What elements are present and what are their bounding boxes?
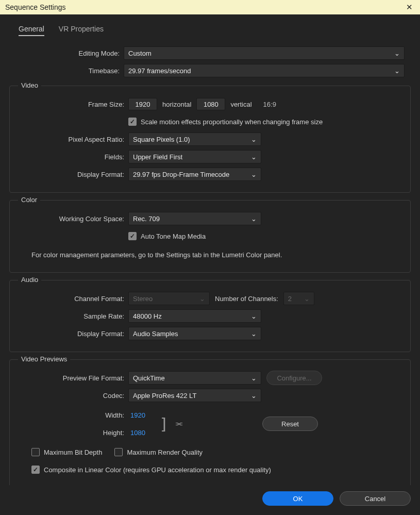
color-legend: Color bbox=[18, 196, 40, 204]
chevron-down-icon: ⌄ bbox=[251, 171, 257, 178]
content-area: General VR Properties Editing Mode: Cust… bbox=[0, 14, 420, 485]
preview-width-label: Width: bbox=[14, 411, 128, 419]
preview-filefmt-value: QuickTime bbox=[133, 374, 165, 382]
color-section: Color Working Color Space: Rec. 709 ⌄ Au… bbox=[9, 200, 411, 273]
color-space-value: Rec. 709 bbox=[133, 215, 160, 223]
audio-legend: Audio bbox=[18, 276, 41, 284]
configure-button: Configure... bbox=[266, 371, 322, 385]
audio-dispfmt-value: Audio Samples bbox=[133, 330, 178, 338]
ok-button[interactable]: OK bbox=[262, 491, 333, 506]
max-bit-depth-label: Maximum Bit Depth bbox=[44, 448, 102, 456]
audio-dispfmt-label: Display Format: bbox=[14, 330, 128, 338]
chevron-down-icon: ⌄ bbox=[251, 136, 257, 143]
frame-width-input[interactable] bbox=[128, 98, 157, 110]
link-dimensions: ] ⫘ bbox=[159, 415, 262, 433]
video-legend: Video bbox=[18, 81, 41, 89]
par-dropdown[interactable]: Square Pixels (1.0) ⌄ bbox=[128, 132, 261, 146]
titlebar: Sequence Settings ✕ bbox=[0, 0, 420, 14]
composite-linear-label: Composite in Linear Color (requires GPU … bbox=[44, 466, 271, 474]
frame-height-unit: vertical bbox=[230, 101, 251, 108]
color-space-label: Working Color Space: bbox=[14, 215, 128, 223]
chevron-down-icon: ⌄ bbox=[199, 295, 205, 303]
sample-rate-label: Sample Rate: bbox=[14, 312, 128, 320]
timebase-dropdown[interactable]: 29.97 frames/second ⌄ bbox=[124, 64, 405, 77]
fields-value: Upper Field First bbox=[133, 153, 182, 161]
channel-fmt-label: Channel Format: bbox=[14, 295, 128, 303]
tab-vr-properties[interactable]: VR Properties bbox=[59, 25, 104, 36]
chevron-down-icon: ⌄ bbox=[251, 374, 257, 382]
editing-mode-value: Custom bbox=[128, 49, 152, 57]
tab-general[interactable]: General bbox=[19, 25, 44, 36]
par-label: Pixel Aspect Ratio: bbox=[14, 136, 128, 143]
codec-label: Codec: bbox=[14, 392, 128, 400]
par-value: Square Pixels (1.0) bbox=[133, 136, 190, 143]
chevron-down-icon: ⌄ bbox=[304, 295, 310, 303]
chevron-down-icon: ⌄ bbox=[251, 392, 257, 400]
auto-tonemap-checkbox[interactable]: Auto Tone Map Media bbox=[128, 232, 206, 240]
frame-width-unit: horizontal bbox=[162, 101, 191, 108]
color-hint: For color management parameters, go to t… bbox=[14, 246, 406, 264]
sample-rate-dropdown[interactable]: 48000 Hz ⌄ bbox=[128, 309, 261, 323]
scale-motion-label: Scale motion effects proportionally when… bbox=[141, 118, 323, 126]
video-dispfmt-dropdown[interactable]: 29.97 fps Drop-Frame Timecode ⌄ bbox=[128, 168, 261, 181]
preview-filefmt-label: Preview File Format: bbox=[14, 374, 128, 382]
fields-label: Fields: bbox=[14, 153, 128, 161]
codec-dropdown[interactable]: Apple ProRes 422 LT ⌄ bbox=[128, 389, 261, 402]
editing-mode-dropdown[interactable]: Custom ⌄ bbox=[124, 46, 405, 60]
video-dispfmt-label: Display Format: bbox=[14, 171, 128, 178]
preview-width-value[interactable]: 1920 bbox=[130, 411, 145, 419]
channel-fmt-dropdown: Stereo ⌄ bbox=[128, 292, 210, 305]
color-space-dropdown[interactable]: Rec. 709 ⌄ bbox=[128, 212, 261, 225]
video-dispfmt-value: 29.97 fps Drop-Frame Timecode bbox=[133, 171, 229, 178]
max-render-quality-checkbox[interactable]: Maximum Render Quality bbox=[114, 448, 203, 456]
num-channels-dropdown: 2 ⌄ bbox=[283, 292, 314, 305]
sample-rate-value: 48000 Hz bbox=[133, 312, 162, 320]
chevron-down-icon: ⌄ bbox=[251, 215, 257, 223]
editing-mode-label: Editing Mode: bbox=[9, 49, 124, 57]
link-icon[interactable]: ⫘ bbox=[175, 419, 183, 428]
frame-height-input[interactable] bbox=[196, 98, 225, 110]
timebase-label: Timebase: bbox=[9, 67, 124, 75]
channel-fmt-value: Stereo bbox=[133, 295, 153, 303]
chevron-down-icon: ⌄ bbox=[251, 312, 257, 320]
num-channels-label: Number of Channels: bbox=[215, 295, 278, 303]
frame-aspect: 16:9 bbox=[263, 101, 276, 108]
auto-tonemap-label: Auto Tone Map Media bbox=[141, 232, 206, 240]
dialog-footer: OK Cancel bbox=[0, 485, 420, 515]
video-section: Video Frame Size: horizontal vertical 16… bbox=[9, 86, 411, 193]
window-title: Sequence Settings bbox=[5, 3, 66, 11]
preview-height-value[interactable]: 1080 bbox=[130, 429, 145, 437]
tab-bar: General VR Properties bbox=[9, 20, 411, 43]
cancel-button[interactable]: Cancel bbox=[340, 491, 411, 506]
audio-dispfmt-dropdown[interactable]: Audio Samples ⌄ bbox=[128, 327, 261, 340]
chevron-down-icon: ⌄ bbox=[394, 49, 400, 57]
fields-dropdown[interactable]: Upper Field First ⌄ bbox=[128, 150, 261, 163]
codec-value: Apple ProRes 422 LT bbox=[133, 392, 196, 400]
chevron-down-icon: ⌄ bbox=[251, 153, 257, 161]
preview-filefmt-dropdown[interactable]: QuickTime ⌄ bbox=[128, 371, 261, 385]
num-channels-value: 2 bbox=[288, 295, 292, 303]
reset-button[interactable]: Reset bbox=[262, 417, 318, 431]
timebase-value: 29.97 frames/second bbox=[128, 67, 191, 75]
chevron-down-icon: ⌄ bbox=[394, 67, 400, 75]
max-render-quality-label: Maximum Render Quality bbox=[127, 448, 203, 456]
preview-height-label: Height: bbox=[14, 429, 128, 437]
frame-size-label: Frame Size: bbox=[14, 101, 128, 108]
previews-section: Video Previews Preview File Format: Quic… bbox=[9, 359, 411, 485]
composite-linear-checkbox[interactable]: Composite in Linear Color (requires GPU … bbox=[31, 466, 271, 474]
scale-motion-checkbox[interactable]: Scale motion effects proportionally when… bbox=[128, 118, 323, 126]
max-bit-depth-checkbox[interactable]: Maximum Bit Depth bbox=[31, 448, 102, 456]
close-icon[interactable]: ✕ bbox=[404, 3, 415, 12]
chevron-down-icon: ⌄ bbox=[251, 330, 257, 338]
previews-legend: Video Previews bbox=[18, 355, 70, 363]
audio-section: Audio Channel Format: Stereo ⌄ Number of… bbox=[9, 280, 411, 352]
